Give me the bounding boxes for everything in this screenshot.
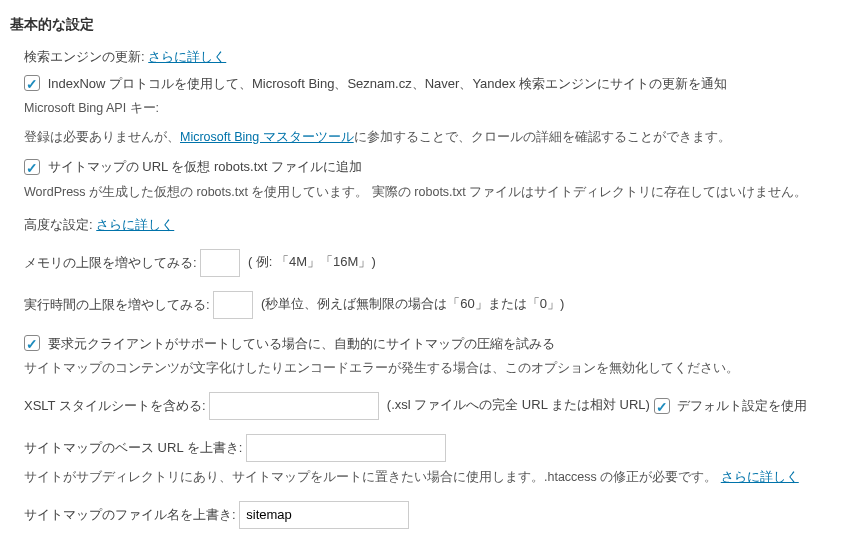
advanced-row: 高度な設定: さらに詳しく: [24, 215, 851, 235]
memory-input[interactable]: [200, 249, 240, 277]
xslt-label: XSLT スタイルシートを含める:: [24, 398, 206, 413]
xslt-default-label: デフォルト設定を使用: [677, 398, 807, 413]
indexnow-desc-after: に参加することで、クロールの詳細を確認することができます。: [354, 130, 731, 144]
advanced-more-link[interactable]: さらに詳しく: [96, 217, 174, 232]
robots-row: サイトマップの URL を仮想 robots.txt ファイルに追加: [24, 156, 851, 176]
advanced-label: 高度な設定:: [24, 217, 93, 232]
indexnow-desc: 登録は必要ありませんが、Microsoft Bing マスターツールに参加するこ…: [24, 128, 851, 147]
filename-row: サイトマップのファイル名を上書き:: [24, 501, 851, 529]
xslt-input[interactable]: [209, 392, 379, 420]
memory-label: メモリの上限を増やしてみる:: [24, 255, 197, 270]
indexnow-api-label: Microsoft Bing API キー:: [24, 101, 159, 115]
base-url-desc: サイトがサブディレクトリにあり、サイトマップをルートに置きたい場合に使用します。…: [24, 468, 851, 487]
base-url-desc-text: サイトがサブディレクトリにあり、サイトマップをルートに置きたい場合に使用します。…: [24, 470, 721, 484]
search-engine-label: 検索エンジンの更新:: [24, 49, 145, 64]
indexnow-row: IndexNow プロトコルを使用して、Microsoft Bing、Sezna…: [24, 73, 851, 93]
search-engine-more-link[interactable]: さらに詳しく: [148, 49, 226, 64]
compression-checkbox[interactable]: [24, 335, 40, 351]
memory-hint: ( 例: 「4M」「16M」): [248, 254, 376, 269]
base-url-more-link[interactable]: さらに詳しく: [721, 470, 799, 484]
exec-time-label: 実行時間の上限を増やしてみる:: [24, 297, 210, 312]
filename-input[interactable]: [239, 501, 409, 529]
xslt-row: XSLT スタイルシートを含める: (.xsl ファイルへの完全 URL または…: [24, 392, 851, 420]
section-title: 基本的な設定: [10, 14, 851, 35]
indexnow-label: IndexNow プロトコルを使用して、Microsoft Bing、Sezna…: [48, 75, 728, 90]
robots-checkbox[interactable]: [24, 159, 40, 175]
indexnow-api-row: Microsoft Bing API キー:: [24, 99, 851, 118]
exec-time-row: 実行時間の上限を増やしてみる: (秒単位、例えば無制限の場合は「60」または「0…: [24, 291, 851, 319]
search-engine-row: 検索エンジンの更新: さらに詳しく: [24, 47, 851, 67]
indexnow-checkbox[interactable]: [24, 75, 40, 91]
base-url-input[interactable]: [246, 434, 446, 462]
indexnow-master-tool-link[interactable]: Microsoft Bing マスターツール: [180, 130, 354, 144]
filename-label: サイトマップのファイル名を上書き:: [24, 507, 236, 522]
base-url-row: サイトマップのベース URL を上書き:: [24, 434, 851, 462]
compression-label: 要求元クライアントがサポートしている場合に、自動的にサイトマップの圧縮を試みる: [48, 336, 555, 351]
compression-desc: サイトマップのコンテンツが文字化けしたりエンコードエラーが発生する場合は、このオ…: [24, 359, 851, 378]
xslt-default-checkbox[interactable]: [654, 398, 670, 414]
indexnow-desc-before: 登録は必要ありませんが、: [24, 130, 180, 144]
memory-row: メモリの上限を増やしてみる: ( 例: 「4M」「16M」): [24, 249, 851, 277]
exec-time-input[interactable]: [213, 291, 253, 319]
base-url-label: サイトマップのベース URL を上書き:: [24, 440, 242, 455]
exec-time-hint: (秒単位、例えば無制限の場合は「60」または「0」): [261, 296, 564, 311]
compression-row: 要求元クライアントがサポートしている場合に、自動的にサイトマップの圧縮を試みる: [24, 333, 851, 353]
robots-desc: WordPress が生成した仮想の robots.txt を使用しています。 …: [24, 183, 851, 202]
robots-label: サイトマップの URL を仮想 robots.txt ファイルに追加: [48, 159, 362, 174]
xslt-hint: (.xsl ファイルへの完全 URL または相対 URL): [387, 397, 650, 412]
